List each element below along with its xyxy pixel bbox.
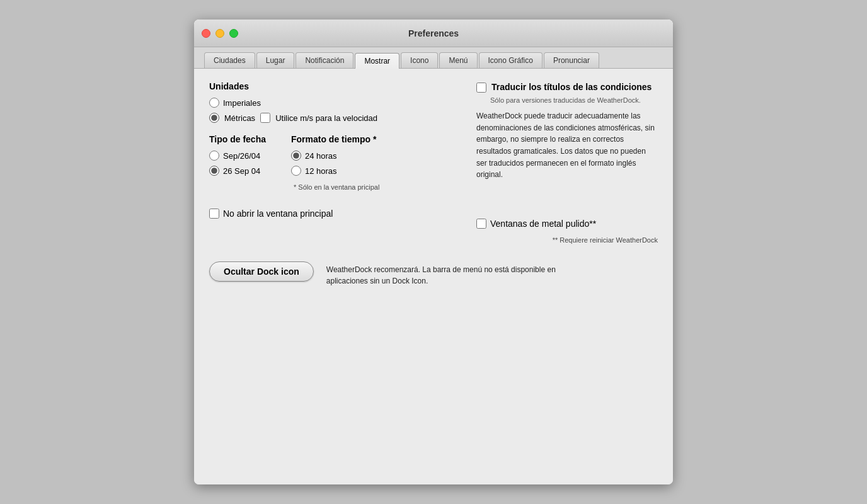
sep26-radio[interactable]: [209, 166, 219, 176]
format-note: * Sólo en la ventana pricipal: [294, 183, 379, 191]
right-column: Traducir los títulos de las condiciones …: [476, 81, 658, 244]
units-title: Unidades: [209, 81, 461, 91]
metricas-label: Métricas: [224, 113, 255, 123]
tab-icono-grafico[interactable]: Icono Gráfico: [479, 52, 543, 68]
imperiales-row: Imperiales: [209, 98, 461, 108]
ventanas-metal-label: Ventanas de metal pulido**: [490, 219, 596, 229]
maximize-button[interactable]: [229, 29, 238, 38]
dock-description: WeatherDock recomenzará. La barra de men…: [326, 261, 566, 287]
no-abrir-row: No abrir la ventana principal: [209, 209, 461, 219]
sep2604-row: Sep/26/04: [209, 151, 266, 161]
metricas-row: Métricas Utilice m/s para la velocidad: [209, 113, 461, 123]
utilice-ms-checkbox[interactable]: [260, 113, 270, 123]
window-controls: [202, 29, 238, 38]
tab-notificacion[interactable]: Notificación: [296, 52, 353, 68]
tab-menu[interactable]: Menú: [439, 52, 477, 68]
preferences-window: Preferences Ciudades Lugar Notificación …: [194, 20, 673, 484]
horas24-label: 24 horas: [305, 151, 337, 161]
horas12-radio[interactable]: [291, 166, 301, 176]
horas12-label: 12 horas: [305, 166, 337, 176]
traducir-subtitle: Sólo para versiones traducidas de Weathe…: [490, 96, 658, 104]
imperiales-radio[interactable]: [209, 98, 219, 108]
tab-lugar[interactable]: Lugar: [256, 52, 295, 68]
horas24-row: 24 horas: [291, 151, 379, 161]
date-time-section: Tipo de fecha Sep/26/04 26 Sep 04 Format…: [209, 134, 461, 191]
formato-tiempo-title: Formato de tiempo *: [291, 134, 379, 144]
ventanas-metal-checkbox[interactable]: [476, 219, 486, 229]
imperiales-label: Imperiales: [223, 98, 261, 108]
translate-section: Traducir los títulos de las condiciones …: [476, 81, 658, 181]
tab-mostrar[interactable]: Mostrar: [355, 53, 399, 69]
sep26-label: 26 Sep 04: [223, 166, 260, 176]
no-abrir-label: No abrir la ventana principal: [223, 209, 333, 219]
traducir-body: WeatherDock puede traducir adecuadamente…: [476, 110, 658, 181]
horas24-radio[interactable]: [291, 151, 301, 161]
close-button[interactable]: [202, 29, 210, 38]
ocultar-dock-button[interactable]: Ocultar Dock icon: [209, 261, 314, 282]
traducir-checkbox[interactable]: [476, 83, 486, 93]
utilice-label: Utilice m/s para la velocidad: [275, 113, 377, 123]
tab-pronunciar[interactable]: Pronunciar: [544, 52, 599, 68]
sep2604-label: Sep/26/04: [223, 151, 260, 161]
sep2604-radio[interactable]: [209, 151, 219, 161]
mostrar-content: Unidades Imperiales Métricas Utilice m/s…: [194, 69, 673, 484]
minimize-button[interactable]: [215, 29, 224, 38]
window-title: Preferences: [408, 28, 459, 38]
title-bar: Preferences: [194, 20, 673, 47]
tipo-fecha-title: Tipo de fecha: [209, 134, 266, 144]
tab-icono[interactable]: Icono: [401, 52, 438, 68]
no-abrir-checkbox[interactable]: [209, 209, 219, 219]
metal-windows-group: Ventanas de metal pulido** ** Requiere r…: [476, 219, 658, 244]
time-col: Formato de tiempo * 24 horas 12 horas * …: [291, 134, 379, 191]
button-section: Ocultar Dock icon WeatherDock recomenzar…: [209, 261, 658, 287]
date-col: Tipo de fecha Sep/26/04 26 Sep 04: [209, 134, 266, 191]
metal-note: ** Requiere reiniciar WeatherDock: [553, 236, 658, 244]
horas12-row: 12 horas: [291, 166, 379, 176]
metricas-radio[interactable]: [209, 113, 219, 123]
traducir-label: Traducir los títulos de las condiciones: [491, 81, 652, 93]
tab-bar: Ciudades Lugar Notificación Mostrar Icon…: [194, 47, 673, 69]
sep26-row: 26 Sep 04: [209, 166, 266, 176]
left-column: Unidades Imperiales Métricas Utilice m/s…: [209, 81, 461, 244]
tab-ciudades[interactable]: Ciudades: [204, 52, 255, 68]
